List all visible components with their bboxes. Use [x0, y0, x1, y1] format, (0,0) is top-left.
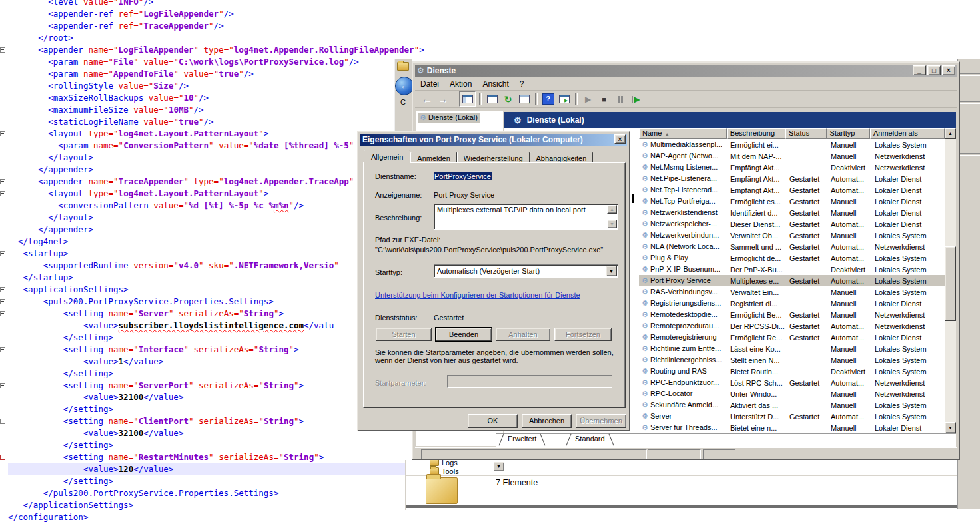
service-row[interactable]: ⚙PnP-X-IP-Busenum...Der PnP-X-Bu...Deakt… — [639, 264, 945, 275]
beenden-button[interactable]: Beenden — [436, 328, 492, 341]
service-cell: Löst RPC-Sch... — [728, 379, 787, 387]
dropdown-button[interactable]: ▼ — [493, 461, 504, 471]
status-bar — [415, 447, 957, 459]
startparameter-input[interactable] — [447, 375, 612, 388]
fold-toggle[interactable] — [0, 47, 5, 53]
scroll-down-button[interactable]: ▼ — [607, 220, 617, 228]
uebernehmen-button[interactable]: Übernehmen — [576, 414, 626, 428]
menu-item-datei[interactable]: Datei — [415, 79, 444, 89]
service-row[interactable]: ⚙ServerUnterstützt D...GestartetAutomat.… — [639, 411, 945, 422]
combo-dropdown-button[interactable]: ▼ — [606, 266, 617, 276]
show-console-tree-button[interactable] — [459, 91, 476, 107]
extended-view-button[interactable]: ▶ — [556, 92, 572, 106]
starten-button[interactable]: Starten — [376, 328, 432, 341]
service-row[interactable]: ⚙Richtlinie zum Entfe...Lässt eine Ko...… — [639, 343, 945, 354]
fold-toggle[interactable] — [0, 299, 5, 304]
close-button[interactable]: × — [942, 65, 955, 75]
service-row[interactable]: ⚙Server für Threads...Bietet eine n...Ma… — [639, 422, 945, 433]
service-row[interactable]: ⚙Richtlinienergebniss...Stellt einen N..… — [639, 354, 945, 366]
dienstname-value[interactable]: PortProxyService — [434, 172, 492, 180]
title-bar[interactable]: ⚙ Dienste _ □ × — [415, 65, 957, 77]
service-row[interactable]: ⚙Netzwerkverbindun...Verwaltet Ob...Gest… — [639, 230, 945, 241]
service-cell: ⚙Routing und RAS — [639, 367, 728, 376]
menu-item-?[interactable]: ? — [514, 79, 530, 89]
service-row[interactable]: ⚙Net.Tcp-Listenerad...Empfängt Akt...Ges… — [639, 184, 945, 196]
service-row[interactable]: ⚙Sekundäre Anmeld...Aktiviert das ...Man… — [639, 399, 945, 411]
scroll-down-button[interactable]: ▼ — [945, 422, 956, 433]
menu-item-ansicht[interactable]: Ansicht — [477, 79, 514, 89]
service-cell: Bietet Routin... — [728, 368, 787, 376]
service-row[interactable]: ⚙Registrierungsdiens...Registriert di...… — [639, 298, 945, 309]
export-list-button[interactable]: → — [516, 92, 532, 106]
abbrechen-button[interactable]: Abbrechen — [522, 414, 572, 428]
service-row[interactable]: ⚙Remotedesktopdie...Ermöglicht Be...Gest… — [639, 309, 945, 320]
service-row[interactable]: ⚙RAS-Verbindungsv...Verwaltet Ein...Manu… — [639, 286, 945, 298]
minimize-button[interactable]: _ — [913, 65, 926, 75]
fold-toggle[interactable] — [0, 311, 5, 316]
fold-toggle[interactable] — [0, 455, 5, 460]
service-row[interactable]: ⚙Net.Tcp-Portfreiga...Ermöglicht es...Ge… — [639, 196, 945, 207]
column-header[interactable]: Starttyp — [827, 128, 870, 139]
scroll-up-button[interactable]: ▲ — [607, 205, 617, 214]
column-header[interactable]: Status — [785, 128, 827, 139]
service-row[interactable]: ⚙Netzwerkspeicher-...Dieser Dienst...Ges… — [639, 218, 945, 230]
column-header[interactable]: Name▴ — [639, 128, 727, 139]
refresh-button[interactable]: ↻ — [500, 92, 516, 106]
stop-service-button[interactable]: ■ — [596, 92, 612, 106]
service-row[interactable]: ⚙Port Proxy ServiceMultiplexes e...Gesta… — [639, 275, 945, 286]
view-tab-erweitert[interactable]: Erweitert — [501, 434, 543, 446]
service-row[interactable]: ⚙Net.Pipe-Listenera...Empfängt Akt...Ges… — [639, 173, 945, 184]
startoptions-help-link[interactable]: Unterstützung beim Konfigurieren der Sta… — [375, 291, 580, 299]
close-button[interactable]: × — [614, 134, 626, 144]
service-row[interactable]: ⚙Routing und RASBietet Routin...Deaktivi… — [639, 366, 945, 377]
fold-toggle[interactable] — [0, 179, 5, 184]
back-button[interactable]: ← — [419, 92, 434, 106]
fold-toggle[interactable] — [0, 251, 5, 256]
fold-toggle[interactable] — [0, 383, 5, 388]
help-button[interactable]: ? — [540, 92, 556, 106]
scrollbar-thumb[interactable] — [945, 246, 956, 321]
maximize-button[interactable]: □ — [927, 65, 941, 75]
service-cell: Lokaler Dienst — [872, 175, 945, 183]
service-row[interactable]: ⚙Remoteprozedurau...Der RPCSS-Di...Gesta… — [639, 320, 945, 332]
tree-item-dienste-lokal[interactable]: ⚙Dienste (Lokal) — [418, 113, 480, 123]
beschreibung-textbox[interactable]: Multiplexes external TCP/IP data on loca… — [434, 204, 618, 230]
window-title: Dienste — [427, 66, 456, 75]
service-row[interactable]: ⚙RemoteregistrierungErmöglicht Re...Gest… — [639, 332, 945, 343]
column-header[interactable]: Beschreibung — [727, 128, 785, 139]
properties-button[interactable] — [484, 92, 500, 106]
service-row[interactable]: ⚙NAP-Agent (Netwo...Mit dem NAP-...Manue… — [639, 150, 945, 162]
service-cell: Registriert di... — [728, 300, 787, 308]
column-header[interactable]: Anmelden als — [870, 128, 945, 139]
ok-button[interactable]: OK — [468, 414, 518, 428]
service-row[interactable]: ⚙Plug & PlayErmöglicht de...GestartetAut… — [639, 252, 945, 264]
tab-allgemein[interactable]: Allgemein — [364, 150, 410, 165]
service-row[interactable]: ⚙NetzwerklistendienstIdentifiziert d...G… — [639, 207, 945, 218]
fold-toggle[interactable] — [0, 419, 5, 424]
service-gear-icon: ⚙ — [642, 356, 648, 364]
fold-toggle[interactable] — [0, 191, 5, 196]
service-row[interactable]: ⚙RPC-LocatorUnter Windo...ManuellNetzwer… — [639, 388, 945, 399]
service-cell: Gestartet — [787, 232, 828, 240]
start-service-button[interactable]: ▶ — [580, 92, 596, 106]
back-button[interactable]: ← — [395, 77, 414, 95]
service-row[interactable]: ⚙Multimediaklassenpl...Ermöglicht ei...M… — [639, 139, 945, 150]
vertical-scrollbar[interactable]: ▲ ▼ — [945, 128, 956, 433]
dialog-title-bar[interactable]: Eigenschaften von Port Proxy Service (Lo… — [360, 134, 627, 146]
service-row[interactable]: ⚙RPC-Endpunktzuor...Löst RPC-Sch...Gesta… — [639, 377, 945, 388]
restart-service-button[interactable]: ▶ — [628, 92, 644, 106]
pause-service-button[interactable] — [612, 92, 628, 106]
service-row[interactable]: ⚙NLA (Network Loca...Sammelt und ...Gest… — [639, 241, 945, 252]
service-cell: Ermöglicht Re... — [728, 334, 787, 342]
menu-item-aktion[interactable]: Aktion — [444, 79, 477, 89]
fortsetzen-button[interactable]: Fortsetzen — [554, 328, 612, 341]
view-tab-standard[interactable]: Standard — [568, 434, 612, 446]
anhalten-button[interactable]: Anhalten — [496, 328, 550, 341]
service-row[interactable]: ⚙Net.Msmq-Listener...Empfängt Akt...Deak… — [639, 162, 945, 173]
starttyp-combobox[interactable]: Automatisch (Verzögerter Start) ▼ — [434, 264, 618, 278]
fold-toggle[interactable] — [0, 287, 5, 292]
fold-toggle[interactable] — [0, 131, 5, 136]
scroll-up-button[interactable]: ▲ — [945, 128, 956, 139]
forward-button[interactable]: → — [435, 92, 450, 106]
fold-toggle[interactable] — [0, 347, 5, 352]
